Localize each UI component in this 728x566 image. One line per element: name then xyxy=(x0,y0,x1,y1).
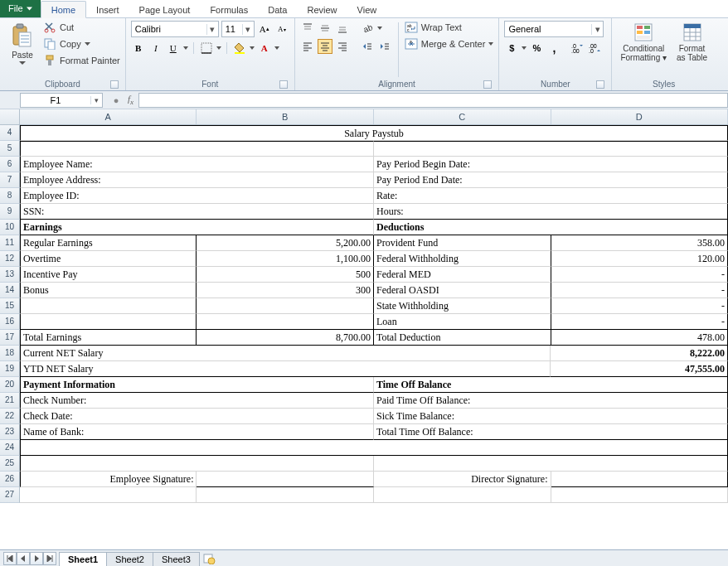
cell[interactable]: - xyxy=(551,298,729,314)
row-header[interactable]: 14 xyxy=(0,283,20,298)
increase-indent-button[interactable] xyxy=(377,39,392,54)
row-header[interactable]: 26 xyxy=(0,472,20,487)
row-header[interactable]: 9 xyxy=(0,204,20,220)
align-center-button[interactable] xyxy=(318,39,332,54)
cell[interactable]: Pay Period End Date: xyxy=(374,172,728,188)
col-header[interactable]: B xyxy=(197,109,374,124)
cell[interactable]: Pay Period Begin Date: xyxy=(374,157,728,172)
row-header[interactable]: 20 xyxy=(0,377,20,393)
cell[interactable]: Overtime xyxy=(20,251,197,267)
cell[interactable]: 358.00 xyxy=(551,235,729,251)
cell[interactable]: 1,100.00 xyxy=(197,251,374,267)
cell[interactable]: 120.00 xyxy=(551,251,729,267)
tab-page-layout[interactable]: Page Layout xyxy=(129,2,201,17)
cell[interactable]: 47,555.00 xyxy=(551,361,728,377)
bold-button[interactable]: B xyxy=(131,41,146,56)
cut-button[interactable]: Cut xyxy=(43,21,120,34)
row-header[interactable]: 13 xyxy=(0,267,20,283)
tab-insert[interactable]: Insert xyxy=(86,2,129,17)
row-header[interactable]: 16 xyxy=(0,314,20,330)
cell[interactable] xyxy=(374,487,551,503)
tab-home[interactable]: Home xyxy=(41,1,86,18)
cell[interactable]: SSN: xyxy=(20,204,374,220)
tab-view[interactable]: View xyxy=(347,2,387,17)
cell[interactable]: 8,700.00 xyxy=(197,330,374,346)
next-sheet-button[interactable] xyxy=(30,552,43,565)
row-header[interactable]: 12 xyxy=(0,251,20,267)
insert-function-icon[interactable]: ● xyxy=(109,94,123,107)
cell[interactable]: Total Earnings xyxy=(20,330,197,346)
cell[interactable]: Hours: xyxy=(374,204,728,220)
align-left-button[interactable] xyxy=(300,39,315,54)
align-middle-button[interactable] xyxy=(318,21,332,36)
col-header[interactable]: C xyxy=(374,109,551,124)
cell[interactable]: YTD NET Salary xyxy=(20,361,551,377)
row-header[interactable]: 11 xyxy=(0,235,20,251)
name-box[interactable]: ▾ xyxy=(20,93,103,108)
row-header[interactable]: 5 xyxy=(0,141,20,157)
cell[interactable]: Employee Signature: xyxy=(20,472,197,487)
tab-file[interactable]: File xyxy=(0,0,41,17)
row-header[interactable]: 21 xyxy=(0,393,20,409)
row-header[interactable]: 22 xyxy=(0,409,20,424)
row-header[interactable]: 8 xyxy=(0,188,20,204)
row-header[interactable]: 17 xyxy=(0,330,20,346)
select-all-corner[interactable] xyxy=(0,109,20,124)
cell[interactable]: Director Signature: xyxy=(374,472,551,487)
cell[interactable]: 478.00 xyxy=(551,330,729,346)
row-header[interactable]: 4 xyxy=(0,125,20,141)
fill-color-button[interactable] xyxy=(232,41,247,56)
increase-decimal-button[interactable]: .0.00 xyxy=(570,41,585,56)
orientation-button[interactable]: ab xyxy=(360,21,375,36)
cell[interactable]: Employee Address: xyxy=(20,172,374,188)
align-top-button[interactable] xyxy=(300,21,315,36)
cell[interactable]: Payment Information xyxy=(20,377,374,393)
paste-button[interactable]: Paste xyxy=(5,21,40,66)
cell[interactable]: Check Number: xyxy=(20,393,374,409)
dialog-launcher-icon[interactable] xyxy=(483,80,492,89)
comma-button[interactable]: , xyxy=(546,41,561,56)
cell[interactable] xyxy=(551,487,729,503)
wrap-text-button[interactable]: abcWrap Text xyxy=(405,21,494,34)
row-header[interactable]: 15 xyxy=(0,298,20,314)
cell[interactable] xyxy=(20,141,374,157)
shrink-font-button[interactable]: A▾ xyxy=(274,22,289,36)
cell[interactable]: Earnings xyxy=(20,220,374,235)
row-header[interactable]: 27 xyxy=(0,487,20,503)
number-format-combo[interactable]: ▾ xyxy=(504,21,604,37)
row-header[interactable]: 10 xyxy=(0,220,20,235)
cell[interactable]: 500 xyxy=(197,267,374,283)
cell[interactable]: - xyxy=(551,314,729,330)
row-header[interactable]: 23 xyxy=(0,424,20,440)
cell[interactable]: Time Off Balance xyxy=(374,377,728,393)
align-right-button[interactable] xyxy=(335,39,350,54)
row-header[interactable]: 18 xyxy=(0,346,20,361)
col-header[interactable]: D xyxy=(551,109,729,124)
format-painter-button[interactable]: Format Painter xyxy=(43,54,120,67)
tab-data[interactable]: Data xyxy=(258,2,297,17)
cell[interactable]: Total Deduction xyxy=(374,330,551,346)
fx-icon[interactable]: fx xyxy=(128,94,133,106)
cell[interactable]: Current NET Salary xyxy=(20,346,551,361)
cell[interactable]: - xyxy=(551,283,729,298)
merge-center-button[interactable]: aMerge & Center xyxy=(405,37,494,51)
cell[interactable]: Total Time Off Balance: xyxy=(374,424,728,440)
cell[interactable]: Provident Fund xyxy=(374,235,551,251)
cell[interactable]: Check Date: xyxy=(20,409,374,424)
cell[interactable] xyxy=(20,440,728,456)
decrease-indent-button[interactable] xyxy=(360,39,375,54)
italic-button[interactable]: I xyxy=(148,41,163,56)
cell[interactable]: Regular Earnings xyxy=(20,235,197,251)
cell[interactable] xyxy=(197,487,374,503)
cell[interactable] xyxy=(374,141,728,157)
prev-sheet-button[interactable] xyxy=(17,552,30,565)
format-as-table-button[interactable]: Formatas Table xyxy=(673,21,711,64)
align-bottom-button[interactable] xyxy=(335,21,350,36)
grow-font-button[interactable]: A▴ xyxy=(257,22,272,36)
last-sheet-button[interactable] xyxy=(43,552,56,565)
cell[interactable]: Paid Time Off Balance: xyxy=(374,393,728,409)
cell[interactable]: Employee ID: xyxy=(20,188,374,204)
borders-button[interactable] xyxy=(199,41,214,56)
spreadsheet-grid[interactable]: A B C D 4 Salary Paystub 5 6 Employee Na… xyxy=(0,109,728,549)
tab-formulas[interactable]: Formulas xyxy=(200,2,258,17)
